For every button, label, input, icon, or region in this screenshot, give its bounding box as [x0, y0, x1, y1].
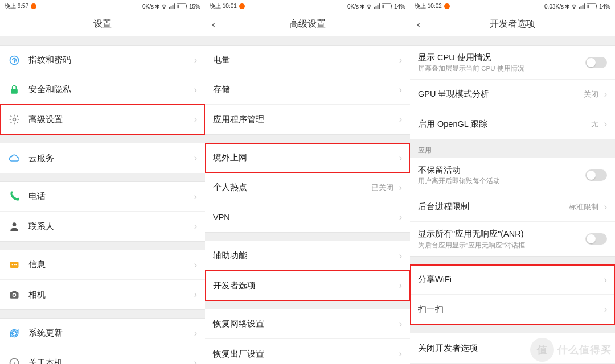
advanced-settings-item[interactable]: 高级设置› [0, 105, 205, 134]
status-netspeed: 0K/s [142, 3, 154, 10]
developer-options-item[interactable]: 开发者选项› [205, 271, 410, 300]
svg-rect-35 [596, 5, 597, 8]
gpu-render-item[interactable]: GPU 呈现模式分析关闭› [410, 80, 615, 109]
section-gap [0, 134, 205, 143]
battery-item[interactable]: 电量› [205, 46, 410, 75]
hotspot-item[interactable]: 个人热点已关闭› [205, 173, 410, 202]
chevron-right-icon: › [194, 221, 197, 231]
chevron-right-icon: › [399, 85, 402, 95]
svg-point-15 [15, 264, 17, 265]
section-gap [0, 309, 205, 318]
phone-item[interactable]: 电话› [0, 182, 205, 212]
section-gap [205, 300, 410, 309]
scan-item[interactable]: 扫一扫› [410, 295, 615, 324]
panel-0: 晚上 9:57 0K/s ✱ 15%设置指纹和密码›安全和隐私›高级设置›云服务… [0, 0, 205, 364]
svg-rect-24 [378, 5, 379, 9]
opengl-trace-item[interactable]: 启用 OpenGL 跟踪无› [410, 109, 615, 139]
overseas-internet-item[interactable]: 境外上网› [205, 143, 410, 173]
back-button[interactable]: ‹ [212, 18, 216, 31]
svg-point-29 [573, 8, 574, 9]
camera-item[interactable]: 相机› [0, 280, 205, 309]
status-netspeed: 0.03K/s [544, 3, 564, 10]
row-label: 系统更新 [28, 327, 192, 338]
toggle-switch[interactable] [585, 169, 607, 181]
status-bar: 晚上 10:01 0K/s ✱ 14% [205, 0, 410, 13]
svg-rect-31 [581, 6, 582, 9]
system-update-item[interactable]: 系统更新› [0, 318, 205, 348]
settings-list[interactable]: 指纹和密码›安全和隐私›高级设置›云服务›电话›联系人›信息›相机›系统更新›关… [0, 36, 205, 364]
toggle-switch[interactable] [585, 233, 607, 245]
svg-rect-28 [383, 5, 384, 8]
factory-reset-item[interactable]: 恢复出厂设置› [205, 339, 410, 364]
row-label: 境外上网 [213, 152, 397, 163]
section-gap [205, 232, 410, 241]
no-keep-activities-item[interactable]: 不保留活动用户离开后即销毁每个活动 [410, 158, 615, 192]
battery-icon [177, 3, 188, 9]
row-label: 电量 [213, 54, 397, 65]
fingerprint-password-item[interactable]: 指纹和密码› [0, 46, 205, 75]
chevron-right-icon: › [604, 275, 607, 285]
row-label: 开发者选项 [213, 280, 397, 291]
navbar: 设置 [0, 13, 205, 36]
show-anr-item[interactable]: 显示所有"应用无响应"(ANR)为后台应用显示"应用无响应"对话框 [410, 222, 615, 256]
navbar-title: 高级设置 [289, 18, 326, 30]
chevron-right-icon: › [194, 114, 197, 125]
show-cpu-item[interactable]: 显示 CPU 使用情况屏幕叠加层显示当前 CPU 使用情况 [410, 46, 615, 80]
about-phone-item[interactable]: 关于本机› [0, 348, 205, 364]
section-gap [205, 134, 410, 143]
battery-icon [587, 3, 598, 9]
svg-point-13 [12, 264, 13, 265]
svg-point-14 [14, 264, 15, 265]
svg-point-18 [13, 294, 15, 296]
status-notif-icon [444, 3, 450, 9]
status-notif-icon [31, 3, 36, 9]
accessibility-item[interactable]: 辅助功能› [205, 241, 410, 271]
vpn-item[interactable]: VPN› [205, 202, 410, 232]
security-privacy-item[interactable]: 安全和隐私› [0, 75, 205, 105]
apps-item[interactable]: 应用程序管理› [205, 105, 410, 134]
chevron-right-icon: › [194, 260, 197, 270]
svg-rect-23 [376, 6, 377, 9]
row-value: 无 [591, 119, 598, 129]
row-label: 联系人 [28, 221, 192, 232]
chevron-right-icon: › [399, 319, 402, 329]
cloud-service-item[interactable]: 云服务› [0, 143, 205, 173]
status-battery: 15% [189, 3, 200, 10]
navbar: ‹高级设置 [205, 13, 410, 36]
status-bar: 晚上 10:02 0.03K/s ✱ 14% [410, 0, 615, 13]
row-label: 辅助功能 [213, 250, 397, 261]
row-label: 扫一扫 [418, 304, 602, 315]
update-icon [8, 327, 20, 340]
section-gap [410, 36, 615, 46]
reset-network-item[interactable]: 恢复网络设置› [205, 309, 410, 339]
back-button[interactable]: ‹ [417, 18, 421, 31]
row-sublabel: 用户离开后即销毁每个活动 [418, 177, 585, 185]
row-label: 启用 OpenGL 跟踪 [418, 118, 591, 130]
share-wifi-item[interactable]: 分享WiFi› [410, 265, 615, 295]
fingerprint-icon [8, 54, 20, 67]
row-label: 关于本机 [28, 357, 192, 364]
row-sublabel: 为后台应用显示"应用无响应"对话框 [418, 241, 585, 250]
status-time: 晚上 10:01 [210, 2, 237, 10]
svg-rect-30 [579, 7, 580, 9]
bluetooth-icon: ✱ [360, 3, 364, 10]
svg-rect-33 [584, 3, 585, 9]
settings-list[interactable]: 电量›存储›应用程序管理›境外上网›个人热点已关闭›VPN›辅助功能›开发者选项… [205, 36, 410, 364]
row-value: 标准限制 [569, 202, 598, 212]
section-gap [205, 36, 410, 46]
bluetooth-icon: ✱ [155, 3, 159, 10]
storage-item[interactable]: 存储› [205, 75, 410, 105]
chevron-right-icon: › [399, 212, 402, 222]
wifi-icon [161, 3, 167, 9]
chevron-right-icon: › [194, 192, 197, 202]
section-gap [0, 173, 205, 182]
contacts-item[interactable]: 联系人› [0, 212, 205, 241]
background-process-limit-item[interactable]: 后台进程限制标准限制› [410, 192, 615, 222]
row-label: 存储 [213, 84, 397, 95]
chevron-right-icon: › [604, 202, 607, 212]
chevron-right-icon: › [399, 55, 402, 65]
messages-item[interactable]: 信息› [0, 250, 205, 280]
settings-list[interactable]: 显示 CPU 使用情况屏幕叠加层显示当前 CPU 使用情况GPU 呈现模式分析关… [410, 36, 615, 364]
navbar: ‹开发者选项 [410, 13, 615, 36]
toggle-switch[interactable] [585, 57, 607, 68]
